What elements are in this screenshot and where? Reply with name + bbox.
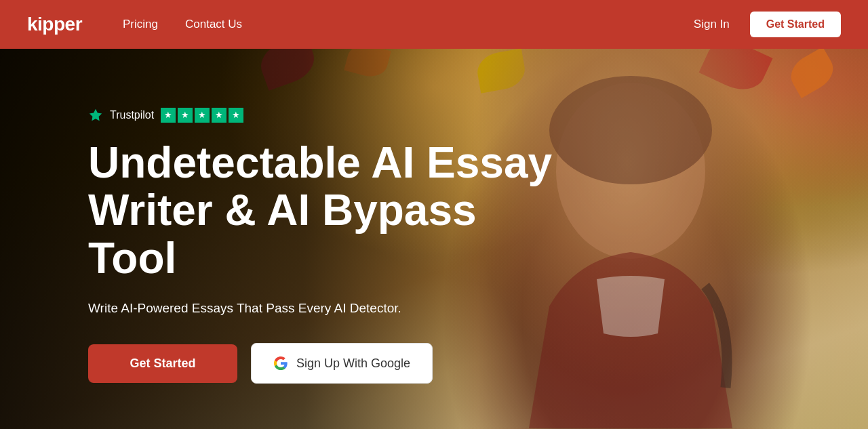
trustpilot-stars: ★ ★ ★ ★ ★ [161, 108, 243, 123]
hero-content: Trustpilot ★ ★ ★ ★ ★ Undetectable AI Ess… [0, 49, 868, 429]
nav-right: Sign In Get Started [694, 12, 841, 37]
google-icon [273, 356, 288, 371]
trustpilot-badge: Trustpilot ★ ★ ★ ★ ★ [88, 108, 868, 123]
star-5: ★ [229, 108, 243, 123]
brand-logo[interactable]: kipper [27, 14, 82, 35]
get-started-nav-button[interactable]: Get Started [750, 12, 841, 37]
nav-pricing[interactable]: Pricing [123, 18, 158, 31]
svg-marker-2 [90, 109, 102, 121]
nav-links: Pricing Contact Us [123, 18, 694, 31]
star-2: ★ [178, 108, 193, 123]
hero-subtext: Write AI-Powered Essays That Pass Every … [88, 301, 481, 316]
trustpilot-logo-icon [88, 108, 103, 123]
navbar: kipper Pricing Contact Us Sign In Get St… [0, 0, 868, 49]
star-3: ★ [195, 108, 210, 123]
sign-up-google-button[interactable]: Sign Up With Google [251, 343, 433, 384]
trustpilot-label: Trustpilot [110, 109, 154, 121]
star-4: ★ [212, 108, 226, 123]
hero-heading: Undetectable AI Essay Writer & AI Bypass… [88, 139, 563, 282]
nav-contact[interactable]: Contact Us [185, 18, 242, 31]
google-button-label: Sign Up With Google [296, 356, 410, 371]
star-1: ★ [161, 108, 176, 123]
sign-in-link[interactable]: Sign In [694, 18, 730, 31]
hero-buttons: Get Started Sign Up With Google [88, 343, 868, 384]
get-started-hero-button[interactable]: Get Started [88, 344, 237, 383]
hero-section: Trustpilot ★ ★ ★ ★ ★ Undetectable AI Ess… [0, 49, 868, 429]
